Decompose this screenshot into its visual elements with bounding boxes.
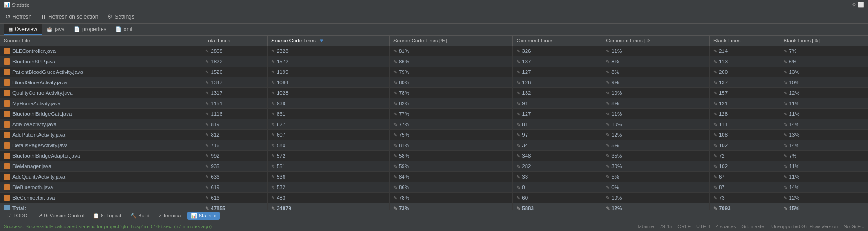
pencil-icon: ✎ <box>713 122 717 127</box>
source-code-lines-pct-cell: ✎ 59% <box>389 161 512 172</box>
table-row[interactable]: BleManager.java ✎ 935 ✎ 551 ✎ 59% ✎ 282 <box>0 161 868 172</box>
pencil-icon: ✎ <box>784 101 787 106</box>
title-bar-title: Statistic <box>12 2 30 8</box>
bottom-tab-6:logcat[interactable]: 📋6: Logcat <box>89 212 125 220</box>
title-gear-icon[interactable]: ⚙ <box>852 2 856 8</box>
total-icon <box>4 205 10 210</box>
col-blank-lines[interactable]: Blank Lines <box>709 36 780 46</box>
comment-lines-pct-cell: ✎ 10% <box>602 193 710 203</box>
bottom-tab-todo[interactable]: ☑TODO <box>4 212 31 220</box>
total-lines-cell: ✎ 1347 <box>202 77 268 88</box>
tab-icon: 📊 <box>191 213 197 219</box>
blank-lines-cell: ✎ 200 <box>709 67 780 77</box>
pencil-icon: ✎ <box>393 70 397 75</box>
comment-lines-cell: ✎ 81 <box>513 119 602 130</box>
total-lines-cell: ✎ 716 <box>202 140 268 151</box>
source-code-lines-pct-cell: ✎ 77% <box>389 119 512 130</box>
pencil-icon: ✎ <box>271 133 275 138</box>
pencil-icon: ✎ <box>606 91 610 96</box>
settings-button[interactable]: ⚙ Settings <box>105 12 136 21</box>
pencil-icon: ✎ <box>517 143 520 148</box>
tab-icon: ⎇ <box>37 213 43 219</box>
col-blank-lines-pct[interactable]: Blank Lines [%] <box>780 36 868 46</box>
pencil-icon: ✎ <box>606 101 610 106</box>
total-label: Total: <box>12 205 26 210</box>
col-source-code-lines-pct[interactable]: Source Code Lines [%] <box>389 36 512 46</box>
file-name: PatientBloodGluceActivity.java <box>12 69 83 75</box>
pencil-icon: ✎ <box>606 154 610 159</box>
refresh-on-selection-button[interactable]: ⏸ Refresh on selection <box>39 12 100 21</box>
file-cell: BLEController.java <box>0 46 202 56</box>
col-total-lines[interactable]: Total Lines <box>202 36 268 46</box>
table-row[interactable]: BluetoothlBridgeAdapter.java ✎ 992 ✎ 572… <box>0 151 868 161</box>
settings-icon: ⚙ <box>107 13 113 20</box>
bottom-tab-build[interactable]: 🔨Build <box>127 212 153 220</box>
blank-lines-cell: ✎ 128 <box>709 109 780 119</box>
col-comment-lines-pct[interactable]: Comment Lines [%] <box>602 36 710 46</box>
col-comment-lines[interactable]: Comment Lines <box>513 36 602 46</box>
table-row[interactable]: BleBluetooth.java ✎ 619 ✎ 532 ✎ 86% ✎ 0 <box>0 182 868 193</box>
table-row[interactable]: DetailsPageActivity.java ✎ 716 ✎ 580 ✎ 8… <box>0 140 868 151</box>
comment-lines-pct-cell: ✎ 8% <box>602 98 710 109</box>
comment-lines-cell: ✎ 0 <box>513 182 602 193</box>
tab-overview[interactable]: ▦ Overview <box>4 24 42 35</box>
bottom-tab-statistic[interactable]: 📊Statistic <box>187 212 220 220</box>
pencil-icon: ✎ <box>784 80 787 85</box>
pencil-icon: ✎ <box>784 195 787 200</box>
file-cell: AddPatientActivity.java <box>0 130 202 140</box>
blank-lines-cell: ✎ 157 <box>709 88 780 98</box>
col-source-file[interactable]: Source File <box>0 36 202 46</box>
file-name: MyHomeActivity.java <box>12 101 61 106</box>
blank-lines-pct-cell: ✎ 7% <box>780 151 868 161</box>
title-maximize-icon[interactable]: ⬜ <box>858 2 864 8</box>
pencil-icon: ✎ <box>713 101 717 106</box>
blank-lines-cell: ✎ 87 <box>709 182 780 193</box>
table-row[interactable]: PatientBloodGluceActivity.java ✎ 1526 ✎ … <box>0 67 868 77</box>
status-right-item: tabnine <box>638 224 654 229</box>
file-name: AddPatientActivity.java <box>12 132 65 138</box>
total-lines-cell: ✎ 935 <box>202 161 268 172</box>
total-lines-cell: ✎ 636 <box>202 172 268 182</box>
bottom-tab-terminal[interactable]: >Terminal <box>155 212 186 219</box>
table-row[interactable]: BluetoothSPP.java ✎ 1822 ✎ 1572 ✎ 86% ✎ <box>0 56 868 67</box>
comment-lines-pct-cell: ✎ 30% <box>602 161 710 172</box>
status-right-item: Unsupported Git Flow Version <box>771 224 838 229</box>
file-name: BleConnector.java <box>12 195 55 200</box>
table-row[interactable]: BloodGluceActivity.java ✎ 1347 ✎ 1084 ✎ … <box>0 77 868 88</box>
source-code-lines-cell: ✎ 532 <box>267 182 389 193</box>
col-source-code-lines[interactable]: Source Code Lines ▼ <box>267 36 389 46</box>
blank-lines-pct-cell: ✎ 11% <box>780 98 868 109</box>
status-bar: Success: Successfully calculated statist… <box>0 221 868 231</box>
table-row[interactable]: BleConnector.java ✎ 616 ✎ 483 ✎ 78% ✎ 60 <box>0 193 868 203</box>
table-row[interactable]: QualityControlActivity.java ✎ 1317 ✎ 102… <box>0 88 868 98</box>
blank-lines-cell: ✎ 113 <box>709 56 780 67</box>
table-row[interactable]: BLEController.java ✎ 2868 ✎ 2328 ✎ 81% ✎ <box>0 46 868 56</box>
comment-lines-cell: ✎ 91 <box>513 98 602 109</box>
pencil-icon: ✎ <box>517 206 520 210</box>
comment-lines-pct-cell: ✎ 11% <box>602 46 710 56</box>
comment-lines-cell: ✎ 34 <box>513 140 602 151</box>
sort-arrow: ▼ <box>319 38 324 43</box>
table-row[interactable]: MyHomeActivity.java ✎ 1151 ✎ 939 ✎ 82% ✎ <box>0 98 868 109</box>
source-code-lines-pct-cell: ✎ 82% <box>389 98 512 109</box>
tab-xml[interactable]: 📄 xml <box>111 24 137 35</box>
table-row[interactable]: AdiviceActivity.java ✎ 819 ✎ 627 ✎ 77% ✎ <box>0 119 868 130</box>
table-row[interactable]: AddPatientActivity.java ✎ 812 ✎ 607 ✎ 75… <box>0 130 868 140</box>
pencil-icon: ✎ <box>606 185 610 190</box>
file-name: BluetoothlBridgeGatt.java <box>12 111 72 117</box>
java-file-icon <box>4 111 10 117</box>
file-cell: MyHomeActivity.java <box>0 98 202 109</box>
refresh-button[interactable]: ↺ Refresh <box>4 12 33 21</box>
tab-properties[interactable]: 📄 properties <box>69 24 111 35</box>
table-row[interactable]: BluetoothlBridgeGatt.java ✎ 1116 ✎ 861 ✎… <box>0 109 868 119</box>
java-icon: ☕ <box>46 26 53 32</box>
bottom-tab-9:versioncontrol[interactable]: ⎇9: Version Control <box>33 212 88 220</box>
table-row[interactable]: AddQualityActivity.java ✎ 636 ✎ 536 ✎ 84… <box>0 172 868 182</box>
source-code-lines-cell: ✎ 1199 <box>267 67 389 77</box>
comment-lines-cell: ✎ 137 <box>513 56 602 67</box>
status-right-item: CRLF <box>677 224 691 229</box>
blank-lines-pct-cell: ✎ 13% <box>780 67 868 77</box>
pencil-icon: ✎ <box>393 154 397 159</box>
status-right-item: Git: master <box>741 224 766 229</box>
tab-java[interactable]: ☕ java <box>42 24 69 35</box>
